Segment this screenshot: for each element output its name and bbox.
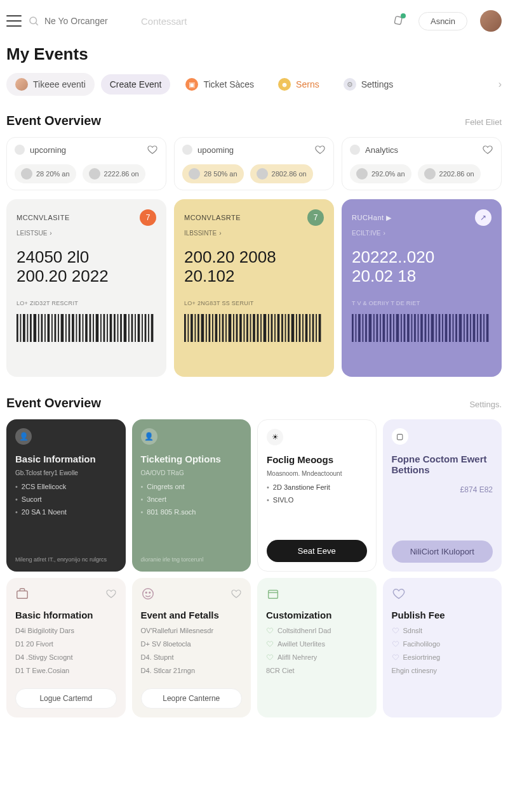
card-customization[interactable]: Customization Coltsitdhenrl DadAwillet U… (257, 578, 377, 717)
svg-rect-30 (110, 314, 112, 342)
ticket-footer: LO+ ZID32T RESCRIT (17, 300, 156, 306)
svg-rect-91 (380, 314, 381, 342)
svg-rect-127 (269, 591, 278, 599)
svg-point-0 (30, 17, 37, 24)
card-ticketing-options[interactable]: 👤 Ticketing Options OA/OVD TRaG Cingrets… (132, 419, 251, 572)
seat-button[interactable]: Seat Eeve (267, 540, 367, 562)
card-list: D4i Bidgilotity DarsD1 20 FivortD4 .Stiv… (15, 627, 117, 674)
tabs-bar: Tikeee eventi Create Event ▣Ticket Sàces… (6, 73, 502, 96)
svg-rect-108 (439, 314, 441, 342)
svg-rect-81 (316, 314, 317, 342)
svg-rect-71 (281, 314, 283, 342)
cards-grid: 👤 Basic Information Gb.Tclost fery1 Ewol… (6, 419, 502, 717)
heart-icon[interactable] (392, 587, 406, 601)
tab-label: Create Event (110, 79, 162, 89)
heart-icon[interactable] (147, 144, 158, 155)
notification-icon[interactable] (392, 15, 404, 27)
svg-rect-116 (467, 314, 469, 342)
svg-rect-56 (229, 314, 232, 342)
svg-rect-106 (431, 314, 434, 342)
card-event-details[interactable]: Event and Fetalls OV'Rallefuri Milesnesd… (132, 578, 251, 717)
card-button[interactable]: Logue Cartemd (15, 688, 117, 709)
tab-tickets[interactable]: Tikeee eventi (6, 73, 95, 96)
svg-rect-80 (312, 314, 314, 342)
gear-icon: ⚙ (344, 78, 356, 91)
ticket-icon: ▣ (185, 78, 198, 91)
svg-rect-117 (470, 314, 471, 342)
status-dot (182, 145, 192, 155)
chevron-right-icon[interactable]: › (498, 79, 502, 90)
svg-rect-90 (377, 314, 378, 342)
card-button[interactable]: NiliCiort IKuloport (392, 540, 493, 563)
menu-icon[interactable] (6, 15, 22, 27)
svg-rect-94 (390, 314, 392, 342)
heart-icon[interactable] (105, 588, 117, 599)
svg-rect-88 (369, 314, 372, 342)
search-bar[interactable]: Contessart (28, 15, 385, 27)
svg-rect-69 (274, 314, 276, 342)
svg-rect-64 (257, 314, 259, 342)
ticket-sub: LEISTSUE› (17, 230, 156, 237)
heart-icon[interactable] (482, 144, 493, 155)
overview-card-analytics[interactable]: Analytics 292.0% an2202.86 on (342, 137, 502, 190)
heart-icon[interactable] (314, 144, 326, 155)
svg-rect-99 (407, 314, 410, 342)
svg-rect-119 (477, 314, 478, 342)
ticket-footer: T V & OERIIY T DE RIET (352, 300, 491, 306)
ticket-card-3[interactable]: RUCHant ▶↗ ECILT:IVE› 20222..02020.02 18… (342, 199, 502, 377)
svg-rect-93 (387, 314, 388, 342)
svg-rect-83 (352, 314, 354, 342)
tab-ticket-sales[interactable]: ▣Ticket Sàces (177, 73, 263, 96)
svg-rect-113 (455, 314, 457, 342)
ticket-card-2[interactable]: MCONVLASRTE7 ILBSSINTE› 200.20 200820.10… (174, 199, 334, 377)
header-action-button[interactable]: Asncin (418, 12, 467, 30)
svg-rect-73 (288, 314, 290, 342)
svg-rect-3 (17, 314, 18, 342)
svg-rect-68 (271, 314, 273, 342)
card-foclig[interactable]: ☀ Foclig Meoogs Moasnoom. Mndeactoount 2… (257, 419, 377, 572)
card-footer: Mileng atlret IT., enryonijo nc rulgrcs (15, 556, 117, 563)
svg-rect-86 (363, 314, 364, 342)
card-price: £874 E82 (392, 485, 493, 494)
section-link[interactable]: Felet Eliet (465, 117, 502, 127)
tab-label: Serns (296, 79, 319, 89)
ticket-number: 24050 2l0200.20 2022 (17, 248, 156, 286)
svg-rect-6 (27, 314, 29, 342)
svg-rect-66 (264, 314, 267, 342)
tab-settings[interactable]: ⚙Settings (335, 73, 403, 96)
svg-rect-29 (107, 314, 108, 342)
tab-serns[interactable]: ☻Serns (269, 73, 328, 96)
heart-icon[interactable] (231, 588, 242, 599)
card-basic-info-2[interactable]: Basic hformation D4i Bidgilotity DarsD1 … (6, 578, 126, 717)
svg-rect-102 (418, 314, 419, 342)
svg-rect-51 (212, 314, 213, 342)
svg-rect-70 (277, 314, 280, 342)
svg-rect-72 (285, 314, 286, 342)
heart-icon (392, 653, 399, 661)
user-avatar[interactable] (480, 10, 502, 32)
ticket-number: 20222..02020.02 18 (352, 248, 491, 286)
svg-rect-24 (90, 314, 91, 342)
card-custom-event[interactable]: ▢ Fopne Coctom Ewert Bettions £874 E82 N… (383, 419, 502, 572)
svg-rect-57 (233, 314, 234, 342)
search-input[interactable] (44, 16, 127, 26)
svg-rect-95 (393, 314, 394, 342)
svg-rect-43 (184, 314, 186, 342)
overview-card-upcoming-2[interactable]: upooming 28 50% an2802.86 on (174, 137, 334, 190)
card-list: SdnsltFaciholilogoEesiortrinegEhgin ctin… (392, 627, 493, 674)
ticket-card-1[interactable]: MCCNVLASITE7 LEISTSUE› 24050 2l0200.20 2… (6, 199, 166, 377)
svg-rect-14 (55, 314, 57, 342)
card-basic-info[interactable]: 👤 Basic Information Gb.Tclost fery1 Ewol… (6, 419, 126, 572)
card-publish-fee[interactable]: Publish Fee SdnsltFaciholilogoEesiortrin… (383, 578, 502, 717)
briefcase-icon (15, 587, 29, 601)
overview-card-upcoming-1[interactable]: upcorning 28 20% an2222.86 on (6, 137, 166, 190)
svg-rect-23 (85, 314, 88, 342)
svg-rect-120 (480, 314, 482, 342)
chip: 2802.86 on (250, 164, 313, 183)
barcode (352, 313, 491, 343)
card-button[interactable]: Leopre Canterne (141, 688, 243, 709)
tab-create-event[interactable]: Create Event (101, 74, 171, 95)
ticket-footer: LO+ 2NG83T SS SERUIT (184, 300, 324, 306)
heart-icon (266, 640, 274, 648)
section-link[interactable]: Settings. (469, 400, 502, 409)
